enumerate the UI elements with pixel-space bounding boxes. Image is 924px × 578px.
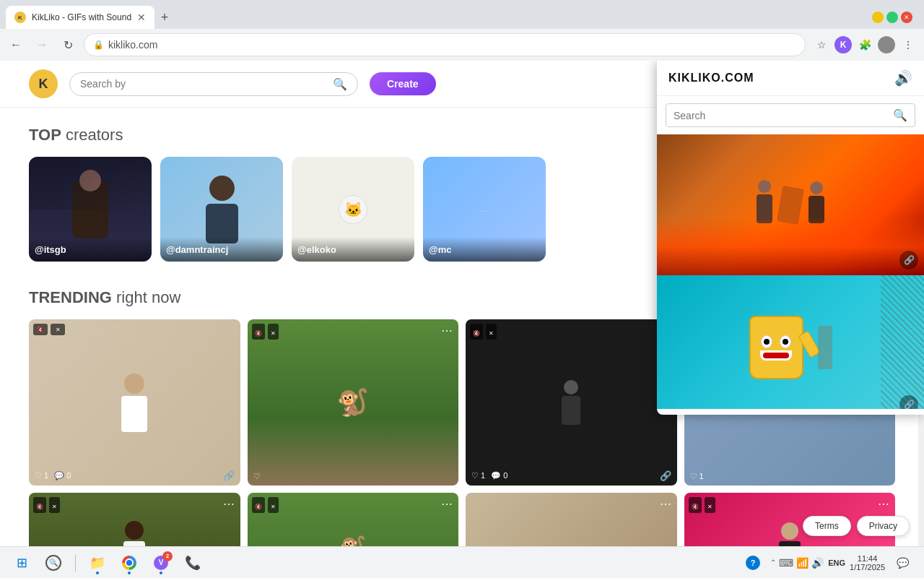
maximize-button[interactable] <box>886 12 898 23</box>
tab-close-icon[interactable]: ✕ <box>137 12 146 23</box>
active-tab[interactable]: K KikLiko - GIFs with Sound ✕ <box>6 6 154 29</box>
taskbar-viber-icon[interactable]: V 2 <box>148 550 174 576</box>
gif-card-1[interactable]: 🔇 ✕ ♡ 1 💬 0 🔗 <box>29 319 240 486</box>
taskbar-search-button[interactable]: 🔍 <box>40 550 66 576</box>
search-input[interactable] <box>80 78 333 90</box>
popup-logo: KIKLIKO.COM <box>668 72 754 85</box>
popup-sound-button[interactable]: 🔊 <box>894 69 912 87</box>
site-logo: K <box>29 69 58 98</box>
popup-header: KIKLIKO.COM 🔊 <box>657 61 924 96</box>
profile-avatar[interactable] <box>878 36 895 53</box>
terms-button[interactable]: Terms <box>803 516 851 536</box>
creator-overlay-3: @elkoko <box>292 237 414 262</box>
menu-icon[interactable]: ⋮ <box>898 35 918 55</box>
kikliko-popup: KIKLIKO.COM 🔊 🔍 <box>657 61 924 415</box>
popup-search-bar[interactable]: 🔍 <box>666 103 915 127</box>
creator-name-3: @elkoko <box>297 244 336 255</box>
tab-bar: K KikLiko - GIFs with Sound ✕ + ✕ <box>0 0 924 29</box>
creator-card-1[interactable]: @itsgb <box>29 157 152 262</box>
creator-name-2: @damntraincj <box>166 244 228 255</box>
keyboard-icon: ⌨ <box>779 557 793 569</box>
browser-controls: ← → ↻ 🔒 kikliko.com ☆ K 🧩 ⋮ <box>0 29 924 61</box>
address-bar[interactable]: 🔒 kikliko.com <box>84 33 806 56</box>
windows-start-button[interactable]: ⊞ <box>9 550 35 576</box>
gif-menu-6[interactable]: ⋯ <box>441 497 453 511</box>
forward-button[interactable]: → <box>32 35 52 55</box>
speaker-icon[interactable]: 🔊 <box>811 557 824 569</box>
gif-menu-8[interactable]: ⋯ <box>878 497 889 511</box>
new-tab-button[interactable]: + <box>154 7 175 27</box>
gif-menu-7[interactable]: ⋯ <box>660 497 671 511</box>
creator-card-4[interactable]: ... @mc <box>423 157 546 262</box>
creator-overlay-1: @itsgb <box>29 237 152 262</box>
viber-badge: 2 <box>162 551 173 561</box>
create-button[interactable]: Create <box>370 72 436 95</box>
popup-search-input[interactable] <box>674 110 893 121</box>
minimize-button[interactable] <box>872 12 884 23</box>
search-bar[interactable]: 🔍 <box>69 72 358 96</box>
lang-indicator: ENG <box>828 558 845 567</box>
creator-overlay-2: @damntraincj <box>160 237 283 262</box>
creator-overlay-4: @mc <box>423 237 546 262</box>
lock-icon: 🔒 <box>93 40 104 50</box>
gif-controls-6: 🔇 ✕ <box>252 497 279 513</box>
tab-title: KikLiko - GIFs with Sound <box>32 12 131 22</box>
question-mark-icon[interactable]: ? <box>740 550 766 576</box>
popup-content: 🔗 <box>657 134 924 409</box>
gif-bottom-1: ♡ 1 💬 0 🔗 <box>29 470 240 481</box>
popup-gif-sponge-link[interactable]: 🔗 <box>899 395 918 409</box>
terms-privacy-bar: Terms Privacy <box>803 516 910 536</box>
popup-gif-fire-link[interactable]: 🔗 <box>899 251 918 269</box>
gif-menu-5[interactable]: ⋯ <box>223 497 235 511</box>
taskbar-chrome-icon[interactable] <box>116 550 142 576</box>
creator-name-4: @mc <box>429 244 451 255</box>
gif-card-2[interactable]: 🐒 🔇 ✕ ⋯ ♡ <box>248 319 459 486</box>
gif-controls-2: 🔇 ✕ <box>252 324 279 340</box>
url-text: kikliko.com <box>108 39 157 51</box>
taskbar-file-explorer[interactable]: 📁 <box>84 550 110 576</box>
extensions-icon[interactable]: 🧩 <box>855 35 875 55</box>
gif-bottom-4: ♡ 1 <box>684 472 896 481</box>
reload-button[interactable]: ↻ <box>58 35 78 55</box>
network-icon: 📶 <box>796 557 808 569</box>
close-button[interactable]: ✕ <box>901 12 912 23</box>
page-content: K 🔍 Create TOP creators @itsgb <box>0 61 924 578</box>
privacy-button[interactable]: Privacy <box>857 516 910 536</box>
popup-gif-sponge[interactable]: 🔗 <box>657 275 924 409</box>
bookmark-icon[interactable]: ☆ <box>811 35 832 55</box>
gif-menu-2[interactable]: ⋯ <box>441 324 453 337</box>
gif-controls-8: 🔇 ✕ <box>689 497 715 513</box>
taskbar-separator-1 <box>75 554 76 571</box>
back-button[interactable]: ← <box>6 35 26 55</box>
taskbar-right: ? ⌃ ⌨ 📶 🔊 ENG 11:44 1/17/2025 💬 <box>740 550 915 576</box>
gif-controls-5: 🔇 ✕ <box>33 497 60 513</box>
taskbar-another-icon[interactable]: 📞 <box>180 550 206 576</box>
system-tray: ⌃ ⌨ 📶 🔊 <box>770 557 824 569</box>
gif-card-3[interactable]: 🔇 ✕ ⋯ ♡ 1 💬 0 🔗 <box>466 319 677 486</box>
gif-controls-1: 🔇 ✕ <box>33 324 65 335</box>
taskbar: ⊞ 🔍 📁 V 2 📞 ? ⌃ ⌨ 📶 🔊 <box>0 546 924 578</box>
creator-name-1: @itsgb <box>35 244 66 255</box>
creator-card-2[interactable]: @damntraincj <box>160 157 283 262</box>
gif-controls-3: 🔇 ✕ <box>470 324 497 340</box>
gif-bottom-2: ♡ <box>248 472 459 481</box>
browser-chrome: K KikLiko - GIFs with Sound ✕ + ✕ ← → ↻ … <box>0 0 924 61</box>
popup-gif-fire[interactable]: 🔗 <box>657 134 924 275</box>
caret-up-icon[interactable]: ⌃ <box>770 558 776 566</box>
time-display: 11:44 1/17/2025 <box>850 554 885 571</box>
windows-icon: ⊞ <box>17 555 27 571</box>
tab-favicon: K <box>14 12 26 23</box>
popup-search-icon[interactable]: 🔍 <box>893 108 907 122</box>
browser-actions: ☆ K 🧩 ⋮ <box>811 35 918 55</box>
search-icon[interactable]: 🔍 <box>333 77 347 91</box>
notifications-button[interactable]: 💬 <box>889 550 915 576</box>
profile-k-badge[interactable]: K <box>834 36 852 53</box>
creator-card-3[interactable]: 🐱 @elkoko <box>292 157 414 262</box>
gif-bottom-3: ♡ 1 💬 0 🔗 <box>466 470 677 481</box>
